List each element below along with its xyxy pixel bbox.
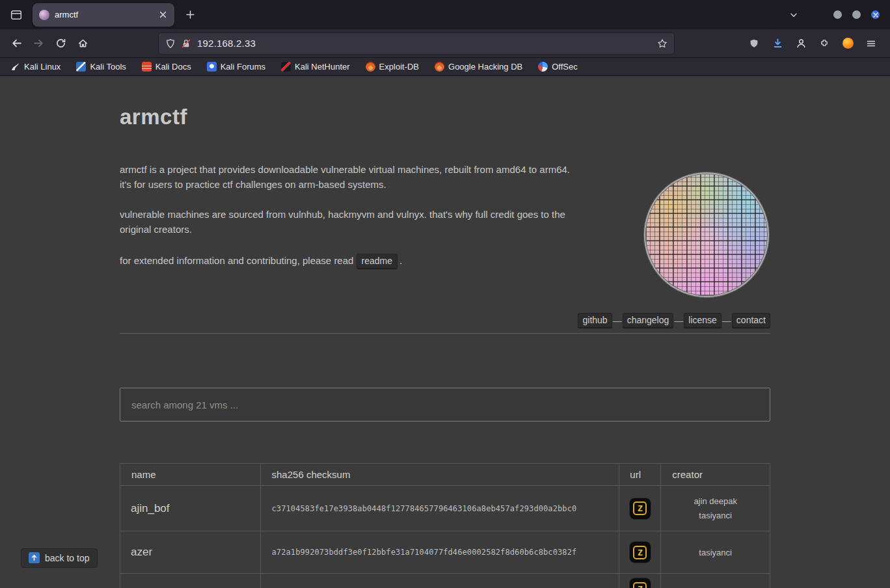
home-icon: [77, 38, 88, 49]
table-header-row: name sha256 checksum url creator: [120, 464, 770, 486]
toolbar-right-icons: [743, 33, 882, 54]
reload-button[interactable]: [49, 33, 72, 54]
downloads-button[interactable]: [766, 33, 789, 54]
creator-name: tasiyanci: [661, 511, 770, 520]
window-controls: [833, 10, 880, 19]
link-separator: —: [722, 315, 731, 326]
changelog-link[interactable]: changelog: [623, 313, 674, 328]
bookmark-kali-nethunter[interactable]: Kali NetHunter: [281, 62, 350, 72]
vm-sha256: c37104583fe17e3938ab0448f127784657796463…: [260, 486, 619, 531]
url-bar[interactable]: 192.168.2.33: [159, 33, 674, 54]
readme-paragraph: for extended information and contributin…: [120, 253, 575, 269]
tab-bar: armctf: [0, 0, 890, 29]
account-button[interactable]: [790, 33, 812, 54]
kali-linux-icon: [10, 62, 20, 72]
close-icon: [873, 12, 878, 18]
bookmark-label: OffSec: [552, 62, 578, 72]
forward-button[interactable]: [27, 33, 49, 54]
minimize-button[interactable]: [833, 10, 842, 19]
download-url-button[interactable]: Z: [630, 578, 651, 588]
plus-icon: [186, 10, 195, 19]
table-row-partial: Z: [120, 574, 770, 588]
intro-paragraph-1: armctf is a project that provides downlo…: [120, 162, 575, 192]
account-icon: [796, 38, 807, 49]
bookmark-kali-tools[interactable]: Kali Tools: [76, 62, 126, 72]
back-to-top-button[interactable]: back to top: [21, 548, 98, 568]
download-url-button[interactable]: Z: [630, 498, 651, 519]
readme-suffix: .: [399, 255, 402, 266]
extensions-button[interactable]: [813, 33, 835, 54]
browser-tab[interactable]: armctf: [33, 3, 174, 27]
license-link[interactable]: license: [684, 313, 721, 328]
tab-close-icon[interactable]: [156, 8, 169, 21]
bookmark-label: Kali Docs: [155, 62, 191, 72]
back-button[interactable]: [5, 33, 27, 54]
footer-links: github — changelog — license — contact: [120, 313, 770, 328]
vm-name: ajin_bof: [120, 486, 261, 531]
z-logo-icon: Z: [633, 582, 647, 588]
bookmark-offsec[interactable]: OffSec: [538, 62, 578, 72]
close-button[interactable]: [871, 10, 880, 19]
vm-sha256: [260, 574, 619, 588]
link-separator: —: [674, 315, 683, 326]
google-hacking-db-icon: [435, 62, 444, 72]
back-to-top-label: back to top: [45, 553, 90, 563]
orange-extension-icon: [843, 38, 854, 49]
divider: [120, 333, 770, 334]
url-text[interactable]: 192.168.2.33: [197, 38, 657, 49]
bookmark-label: Kali Tools: [90, 62, 126, 72]
contact-link[interactable]: contact: [732, 313, 770, 328]
vm-table: name sha256 checksum url creator ajin_bo…: [120, 463, 770, 588]
kali-docs-icon: [142, 62, 152, 72]
hamburger-menu-icon: [866, 38, 876, 49]
kali-forums-icon: [207, 62, 217, 72]
home-button[interactable]: [72, 33, 94, 54]
header-name: name: [120, 464, 261, 486]
creator-name: ajin deepak: [661, 496, 770, 506]
bookmark-label: Kali Linux: [24, 62, 61, 72]
chevron-down-icon: [789, 10, 798, 20]
search-input[interactable]: [120, 388, 770, 421]
creator-name: tasiyanci: [661, 548, 770, 557]
maximize-button[interactable]: [852, 10, 861, 19]
z-logo-icon: Z: [633, 501, 647, 515]
bookmark-star-icon[interactable]: [657, 38, 668, 49]
forward-icon: [33, 38, 44, 49]
shield-extension-button[interactable]: [743, 33, 765, 54]
app-menu-button[interactable]: [860, 33, 882, 54]
tab-title: armctf: [55, 10, 151, 20]
bookmark-kali-linux[interactable]: Kali Linux: [10, 62, 61, 72]
table-row: azer a72a1b992073bddf3e0f12bbfe31a710407…: [120, 531, 770, 574]
link-separator: —: [613, 315, 622, 326]
firefox-view-button[interactable]: [5, 4, 27, 26]
z-logo-icon: Z: [633, 546, 647, 559]
page-viewport: armctf armctf is a project that provides…: [0, 76, 890, 588]
vm-creator: [661, 574, 770, 588]
new-tab-button[interactable]: [180, 5, 200, 25]
puzzle-icon: [819, 38, 829, 49]
download-url-button[interactable]: Z: [630, 542, 651, 563]
readme-prefix: for extended information and contributin…: [120, 255, 357, 266]
bookmark-kali-docs[interactable]: Kali Docs: [142, 62, 191, 72]
header-creator: creator: [661, 464, 770, 486]
bookmark-exploit-db[interactable]: Exploit-DB: [366, 62, 419, 72]
github-link[interactable]: github: [578, 313, 612, 328]
list-all-tabs-button[interactable]: [784, 5, 803, 25]
download-icon: [772, 38, 783, 49]
bookmark-label: Kali NetHunter: [295, 62, 350, 72]
insecure-lock-icon[interactable]: [181, 38, 191, 49]
bookmark-label: Exploit-DB: [379, 62, 419, 72]
readme-link[interactable]: readme: [357, 254, 398, 269]
header-sha256: sha256 checksum: [260, 464, 619, 486]
kali-nethunter-icon: [281, 62, 291, 72]
vm-sha256: a72a1b992073bddf3e0f12bbfe31a7104077fd46…: [260, 531, 619, 574]
bookmark-kali-forums[interactable]: Kali Forums: [207, 62, 265, 72]
orange-extension-button[interactable]: [837, 33, 859, 54]
tracking-shield-icon[interactable]: [165, 38, 176, 49]
vm-name: [120, 574, 261, 588]
bookmarks-toolbar: Kali Linux Kali Tools Kali Docs Kali For…: [0, 58, 890, 76]
bookmark-label: Kali Forums: [221, 62, 265, 72]
navigation-toolbar: 192.168.2.33: [0, 29, 890, 58]
bookmark-google-hacking-db[interactable]: Google Hacking DB: [435, 62, 522, 72]
page-title: armctf: [120, 104, 770, 130]
